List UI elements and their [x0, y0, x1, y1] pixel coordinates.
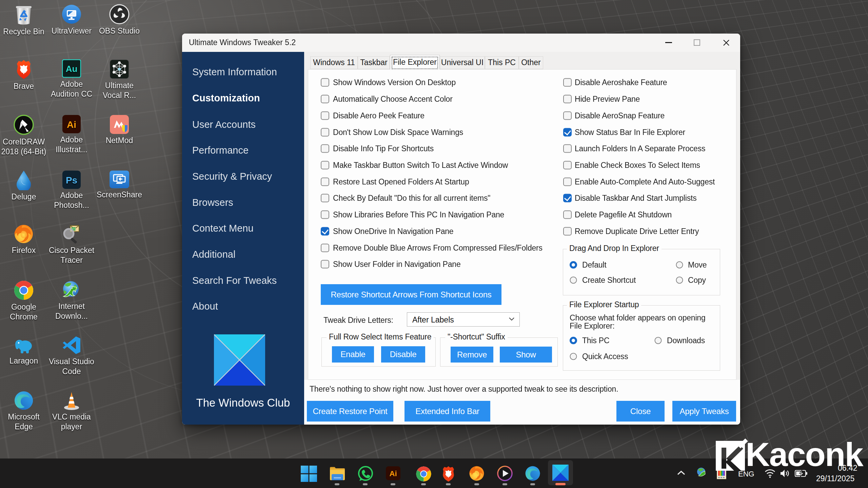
svg-text:Ps: Ps: [66, 175, 77, 186]
svg-text:Au: Au: [66, 64, 78, 74]
svg-text:Ai: Ai: [67, 119, 76, 130]
svg-text:Ai: Ai: [390, 469, 397, 478]
